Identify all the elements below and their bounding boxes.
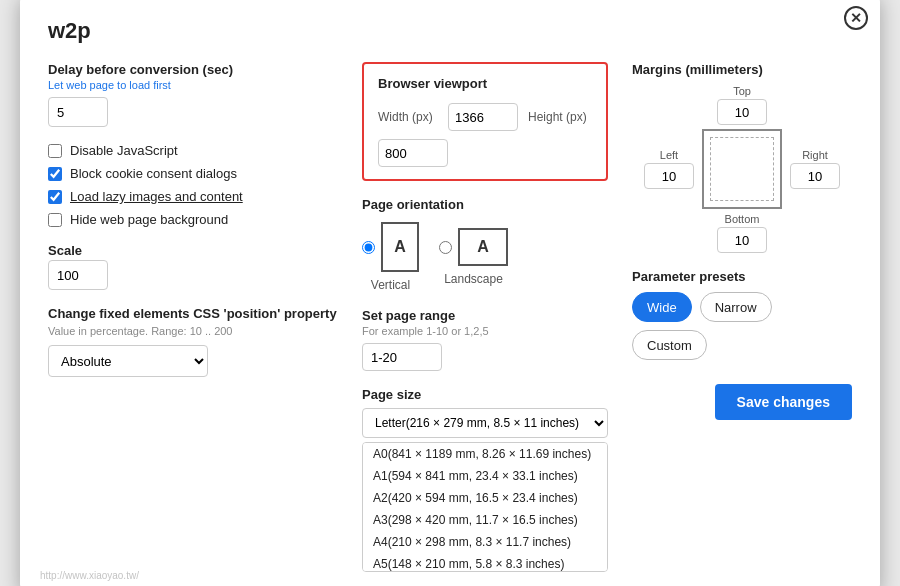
right-column: Margins (millimeters) Top Left: [632, 62, 852, 572]
css-position-dropdown[interactable]: Absolute Relative Fixed Static: [48, 345, 208, 377]
viewport-title: Browser viewport: [378, 76, 592, 91]
watermark-text: http://www.xiaoyao.tw/: [40, 570, 139, 581]
page-size-dropdown-row: Letter(216 × 279 mm, 8.5 × 11 inches): [362, 408, 608, 438]
margin-bottom-group: Bottom: [717, 213, 767, 253]
disable-js-label: Disable JavaScript: [70, 143, 178, 158]
custom-preset-row: Custom: [632, 330, 852, 360]
bottom-label: Bottom: [722, 213, 762, 225]
viewport-row-1: Width (px) Height (px): [378, 103, 592, 131]
portrait-icon: A: [381, 222, 419, 272]
landscape-icon: A: [458, 228, 508, 266]
orientation-landscape-radio-row: A: [439, 228, 508, 266]
custom-preset-button[interactable]: Custom: [632, 330, 707, 360]
list-item[interactable]: A4(210 × 298 mm, 8.3 × 11.7 inches): [363, 531, 607, 553]
orientation-vertical[interactable]: A Vertical: [362, 222, 419, 292]
orientation-title: Page orientation: [362, 197, 608, 212]
page-size-section: Page size Letter(216 × 279 mm, 8.5 × 11 …: [362, 387, 608, 572]
main-dialog: ✕ w2p Delay before conversion (sec) Let …: [20, 0, 880, 586]
width-input[interactable]: [448, 103, 518, 131]
right-label: Right: [795, 149, 835, 161]
watermark: http://www.xiaoyao.tw/: [40, 567, 139, 582]
viewport-row-2: [378, 139, 592, 167]
margin-top-group: Top: [717, 85, 767, 125]
app-logo: w2p: [48, 18, 852, 44]
load-lazy-label[interactable]: Load lazy images and content: [70, 189, 243, 204]
viewport-section: Browser viewport Width (px) Height (px): [362, 62, 608, 181]
margin-bottom-input[interactable]: [717, 227, 767, 253]
margin-page-box: [702, 129, 782, 209]
presets-row: Wide Narrow: [632, 292, 852, 322]
height-label: Height (px): [528, 110, 588, 124]
main-content: Delay before conversion (sec) Let web pa…: [48, 62, 852, 572]
checkbox-hide-bg: Hide web page background: [48, 212, 338, 227]
scale-input[interactable]: [48, 260, 108, 290]
orientation-landscape[interactable]: A Landscape: [439, 228, 508, 286]
orientation-vertical-radio[interactable]: [362, 241, 375, 254]
height-input[interactable]: [378, 139, 448, 167]
page-size-title: Page size: [362, 387, 608, 402]
orientation-vertical-radio-row: A: [362, 222, 419, 272]
hide-bg-checkbox[interactable]: [48, 213, 62, 227]
delay-input[interactable]: [48, 97, 108, 127]
margin-left-group: Left: [644, 149, 694, 189]
margins-section: Margins (millimeters) Top Left: [632, 62, 852, 253]
page-size-select[interactable]: Letter(216 × 279 mm, 8.5 × 11 inches): [362, 408, 608, 438]
load-lazy-checkbox[interactable]: [48, 190, 62, 204]
css-position-section: Change fixed elements CSS 'position' pro…: [48, 306, 338, 377]
page-size-list: A0(841 × 1189 mm, 8.26 × 11.69 inches) A…: [362, 442, 608, 572]
top-label: Top: [722, 85, 762, 97]
margin-right-group: Right: [790, 149, 840, 189]
delay-sublabel: Let web page to load first: [48, 79, 338, 91]
delay-label: Delay before conversion (sec): [48, 62, 338, 77]
disable-js-checkbox[interactable]: [48, 144, 62, 158]
orientation-options: A Vertical A Landscape: [362, 222, 608, 292]
wide-preset-button[interactable]: Wide: [632, 292, 692, 322]
margin-top-input[interactable]: [717, 99, 767, 125]
css-position-label: Change fixed elements CSS 'position' pro…: [48, 306, 338, 321]
scale-label: Scale: [48, 243, 338, 258]
page-range-sub: For example 1-10 or 1,2,5: [362, 325, 608, 337]
orientation-landscape-radio[interactable]: [439, 241, 452, 254]
list-item[interactable]: A1(594 × 841 mm, 23.4 × 33.1 inches): [363, 465, 607, 487]
center-column: Browser viewport Width (px) Height (px) …: [338, 62, 632, 572]
block-cookies-checkbox[interactable]: [48, 167, 62, 181]
margin-page-inner: [710, 137, 774, 201]
width-label: Width (px): [378, 110, 438, 124]
margins-layout: Top Left Right: [632, 85, 852, 253]
margin-left-input[interactable]: [644, 163, 694, 189]
list-item[interactable]: A5(148 × 210 mm, 5.8 × 8.3 inches): [363, 553, 607, 572]
orientation-vertical-label: Vertical: [371, 278, 410, 292]
margin-center-row: Left Right: [644, 129, 840, 209]
margin-right-input[interactable]: [790, 163, 840, 189]
margins-title: Margins (millimeters): [632, 62, 852, 77]
list-item[interactable]: A3(298 × 420 mm, 11.7 × 16.5 inches): [363, 509, 607, 531]
scale-section: Scale: [48, 243, 338, 290]
list-item[interactable]: A0(841 × 1189 mm, 8.26 × 11.69 inches): [363, 443, 607, 465]
orientation-landscape-label: Landscape: [444, 272, 503, 286]
left-column: Delay before conversion (sec) Let web pa…: [48, 62, 338, 572]
checkbox-block-cookies: Block cookie consent dialogs: [48, 166, 338, 181]
page-range-input[interactable]: [362, 343, 442, 371]
delay-section: Delay before conversion (sec) Let web pa…: [48, 62, 338, 127]
list-item[interactable]: A2(420 × 594 mm, 16.5 × 23.4 inches): [363, 487, 607, 509]
page-range-title: Set page range: [362, 308, 608, 323]
bottom-area: Save changes: [632, 384, 852, 420]
block-cookies-label: Block cookie consent dialogs: [70, 166, 237, 181]
css-position-sublabel: Value in percentage. Range: 10 .. 200: [48, 325, 338, 337]
orientation-section: Page orientation A Vertical A: [362, 197, 608, 292]
close-button[interactable]: ✕: [844, 6, 868, 30]
presets-section: Parameter presets Wide Narrow Custom: [632, 269, 852, 360]
checkbox-load-lazy: Load lazy images and content: [48, 189, 338, 204]
checkbox-disable-js: Disable JavaScript: [48, 143, 338, 158]
checkbox-group: Disable JavaScript Block cookie consent …: [48, 143, 338, 227]
left-label: Left: [649, 149, 689, 161]
save-changes-button[interactable]: Save changes: [715, 384, 852, 420]
page-range-section: Set page range For example 1-10 or 1,2,5: [362, 308, 608, 371]
narrow-preset-button[interactable]: Narrow: [700, 292, 772, 322]
hide-bg-label: Hide web page background: [70, 212, 228, 227]
presets-title: Parameter presets: [632, 269, 852, 284]
